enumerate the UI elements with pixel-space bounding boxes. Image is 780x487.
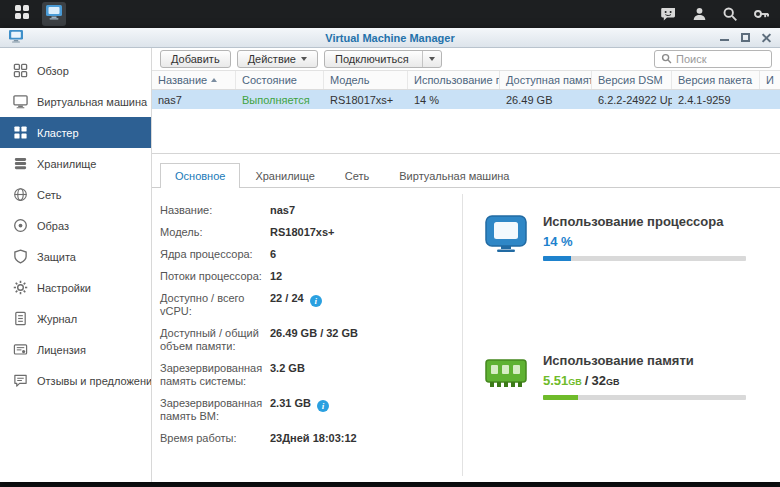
sidebar-item-label: Сеть xyxy=(37,189,61,201)
memory-icon xyxy=(485,354,527,400)
sidebar: Обзор Виртуальная машина Кластер Хранили… xyxy=(0,48,152,482)
sidebar-item-storage[interactable]: Хранилище xyxy=(0,148,151,179)
sidebar-item-feedback[interactable]: Отзывы и предложения xyxy=(0,365,151,396)
column-header-name[interactable]: Название xyxy=(152,71,236,89)
maximize-icon[interactable] xyxy=(740,32,751,43)
cpu-usage-value: 14 % xyxy=(543,234,746,249)
sort-asc-icon xyxy=(211,78,217,82)
cluster-icon xyxy=(13,125,28,140)
toolbar: Добавить Действие Подключиться xyxy=(152,48,780,70)
sidebar-item-label: Лицензия xyxy=(37,344,86,356)
cell-package-version: 2.4.1-9259 xyxy=(672,94,760,106)
window-controls xyxy=(719,32,772,43)
taskbar-vmm-app-button[interactable] xyxy=(42,2,66,26)
cpu-usage-bar xyxy=(543,256,746,261)
add-button[interactable]: Добавить xyxy=(160,50,231,68)
column-header-package-version[interactable]: Версия пакета xyxy=(672,71,760,89)
feedback-bubble-icon xyxy=(13,373,28,388)
connect-button[interactable]: Подключиться xyxy=(325,51,417,67)
sidebar-item-label: Образ xyxy=(37,220,69,232)
action-button-label: Действие xyxy=(248,53,296,65)
search-icon xyxy=(661,50,672,68)
sidebar-item-protection[interactable]: Защита xyxy=(0,241,151,272)
user-icon[interactable] xyxy=(692,6,707,22)
detail-panel: Основное Хранилище Сеть Виртуальная маши… xyxy=(152,153,780,482)
sidebar-item-cluster[interactable]: Кластер xyxy=(0,117,151,148)
column-header-truncated[interactable]: И xyxy=(760,71,780,89)
connect-button-label: Подключиться xyxy=(335,53,409,65)
window-titlebar[interactable]: Virtual Machine Manager xyxy=(0,28,780,48)
image-disc-icon xyxy=(13,218,28,233)
cell-available-memory: 26.49 GB xyxy=(500,94,592,106)
chevron-down-icon xyxy=(301,57,307,61)
minimize-icon[interactable] xyxy=(719,32,730,43)
memory-total-unit: GB xyxy=(606,377,620,387)
sidebar-item-license[interactable]: Лицензия xyxy=(0,334,151,365)
column-header-dsm-version[interactable]: Версия DSM xyxy=(592,71,672,89)
search-icon[interactable] xyxy=(722,6,738,22)
sidebar-item-log[interactable]: Журнал xyxy=(0,303,151,334)
chat-icon[interactable] xyxy=(660,6,677,22)
table-header: Название Состояние Модель Использование … xyxy=(152,70,780,90)
field-memory-total: Доступный / общий объем памяти: 26.49 GB… xyxy=(160,327,452,353)
field-reserved-vm-memory: Зарезервированная память ВМ: 2.31 GBi xyxy=(160,397,452,423)
sidebar-item-virtual-machine[interactable]: Виртуальная машина xyxy=(0,86,151,117)
tab-storage[interactable]: Хранилище xyxy=(240,163,329,188)
usage-panel: Использование процессора 14 % xyxy=(463,188,780,482)
memory-used-unit: GB xyxy=(568,377,582,387)
sidebar-item-label: Настройки xyxy=(37,282,91,294)
cpu-usage-title: Использование процессора xyxy=(543,214,746,229)
sidebar-item-overview[interactable]: Обзор xyxy=(0,55,151,86)
close-icon[interactable] xyxy=(761,32,772,43)
detail-tabs: Основное Хранилище Сеть Виртуальная маши… xyxy=(152,163,780,188)
main-menu-button[interactable] xyxy=(10,2,34,26)
action-button[interactable]: Действие xyxy=(237,50,318,68)
column-header-cpu-usage[interactable]: Использование п... xyxy=(408,71,500,89)
cpu-icon xyxy=(485,215,527,261)
log-document-icon xyxy=(13,311,28,326)
vmm-app-icon xyxy=(45,4,63,24)
apps-grid-icon xyxy=(14,4,30,24)
search-box[interactable] xyxy=(654,50,772,68)
sidebar-item-settings[interactable]: Настройки xyxy=(0,272,151,303)
column-header-state[interactable]: Состояние xyxy=(236,71,324,89)
field-vcpu: Доступно / всего vCPU: 22 / 24i xyxy=(160,292,452,318)
search-input[interactable] xyxy=(676,53,765,65)
tab-general[interactable]: Основное xyxy=(160,163,240,188)
chevron-down-icon xyxy=(429,57,435,61)
connect-dropdown-button[interactable] xyxy=(422,51,441,67)
connect-split-button: Подключиться xyxy=(324,50,442,68)
sidebar-item-network[interactable]: Сеть xyxy=(0,179,151,210)
field-cpu-threads: Потоки процессора: 12 xyxy=(160,270,452,283)
sidebar-item-image[interactable]: Образ xyxy=(0,210,151,241)
desktop: Virtual Machine Manager Обзор Виртуальна… xyxy=(0,0,780,487)
tab-virtual-machine[interactable]: Виртуальная машина xyxy=(384,163,524,188)
field-uptime: Время работы: 23Дней 18:03:12 xyxy=(160,432,452,445)
memory-usage-bar xyxy=(543,395,746,400)
cell-cpu-usage: 14 % xyxy=(408,94,500,106)
add-button-label: Добавить xyxy=(171,53,220,65)
memory-total: 32 xyxy=(591,373,605,388)
sidebar-item-label: Кластер xyxy=(37,127,79,139)
window-title: Virtual Machine Manager xyxy=(0,32,780,44)
shield-icon xyxy=(13,249,28,264)
table-row[interactable]: nas7 Выполняется RS18017xs+ 14 % 26.49 G… xyxy=(152,90,780,109)
overview-grid-icon xyxy=(13,63,28,78)
memory-used: 5.51 xyxy=(543,373,568,388)
column-header-model[interactable]: Модель xyxy=(324,71,408,89)
memory-usage-bar-fill xyxy=(543,395,578,400)
sidebar-item-label: Отзывы и предложения xyxy=(37,375,151,387)
gear-icon xyxy=(13,280,28,295)
key-icon[interactable] xyxy=(753,6,770,22)
memory-usage-value: 5.51GB/32GB xyxy=(543,373,746,388)
storage-stack-icon xyxy=(13,156,28,171)
sidebar-item-label: Обзор xyxy=(37,65,69,77)
table-empty-area xyxy=(152,109,780,153)
column-header-available-memory[interactable]: Доступная память xyxy=(500,71,592,89)
network-globe-icon xyxy=(13,187,28,202)
tab-network[interactable]: Сеть xyxy=(330,163,384,188)
info-icon[interactable]: i xyxy=(317,400,329,412)
info-icon[interactable]: i xyxy=(310,295,322,307)
main-content: Добавить Действие Подключиться xyxy=(152,48,780,482)
sidebar-item-label: Виртуальная машина xyxy=(37,96,147,108)
